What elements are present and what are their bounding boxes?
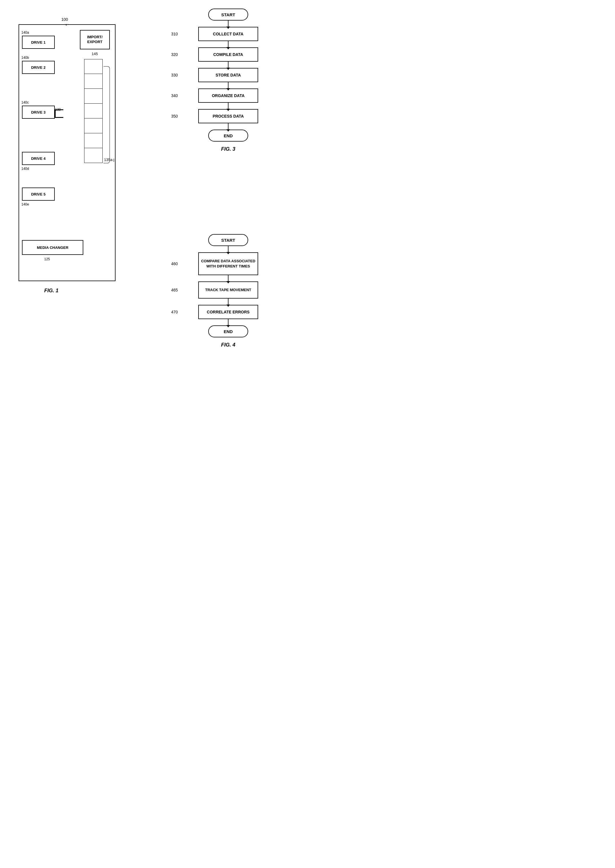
fig3-step-340-row: 340 ORGANIZE DATA [168,89,288,103]
fig4-step-465-row: 465 TRACK TAPE MOVEMENT [168,282,288,299]
fig3-label-330: 330 [171,73,178,77]
fig3-step-350: PROCESS DATA [198,109,258,123]
label-140b: 140b [21,56,29,59]
fig3-step-350-row: 350 PROCESS DATA [168,109,288,123]
fig1-diagram: 100 ↙ IMPORT/ EXPORT 145 140a DRIVE 1 14… [11,17,120,274]
fig4-step-470-row: 470 CORRELATE ERRORS [168,305,288,319]
label-140e: 140e [21,202,29,206]
fig3-label-320: 320 [171,52,178,57]
fig3-step-340: ORGANIZE DATA [198,89,258,103]
drive-4-box: DRIVE 4 [22,152,55,165]
drive-5-box: DRIVE 5 [22,188,55,201]
label-140d: 140d [21,167,29,171]
fig4-label-460: 460 [171,261,178,266]
label-140c: 140c [21,100,29,105]
fig4-step-470: CORRELATE ERRORS [198,305,258,319]
fig3-label-350: 350 [171,114,178,119]
fig3-label-340: 340 [171,93,178,98]
fig3-step-310-row: 310 COLLECT DATA [168,27,288,41]
fig4-label-470: 470 [171,310,178,314]
fig4-step-460: COMPARE DATA ASSOCIATED WITH DIFFERENT T… [198,252,258,275]
tape-slots [84,59,103,163]
fig1-caption: FIG. 1 [44,288,58,294]
fig3-label-310: 310 [171,32,178,36]
fig3-caption: FIG. 3 [168,146,288,152]
drive-1-box: DRIVE 1 [22,36,55,49]
fig4-diagram: START 460 COMPARE DATA ASSOCIATED WITH D… [168,234,288,348]
fig4-start: START [208,234,248,246]
fig4-step-460-row: 460 COMPARE DATA ASSOCIATED WITH DIFFERE… [168,252,288,275]
label-125: 125 [44,257,50,261]
fig3-step-330-row: 330 STORE DATA [168,68,288,82]
fig3-step-320-row: 320 COMPILE DATA [168,47,288,62]
fig4-caption: FIG. 4 [168,342,288,348]
ref-100: 100 [61,17,68,22]
fig4-label-465: 465 [171,288,178,292]
fig3-step-310: COLLECT DATA [198,27,258,41]
drive-2-box: DRIVE 2 [22,61,55,74]
fig3-diagram: START 310 COLLECT DATA 320 COMPILE DATA … [168,9,288,152]
media-changer-box: MEDIA CHANGER [22,240,83,255]
import-export-box: IMPORT/ EXPORT [80,30,110,49]
drive-3-box: DRIVE 3 [22,106,55,119]
fig3-start-row: START [168,9,288,20]
fig3-start: START [208,9,248,20]
fig4-step-465: TRACK TAPE MOVEMENT [198,282,258,299]
fig3-step-320: COMPILE DATA [198,47,258,62]
fig3-step-330: STORE DATA [198,68,258,82]
slots-label: 135a-j [104,158,114,162]
label-140a: 140a [21,31,29,34]
label-145: 145 [92,52,98,56]
fig4-start-row: START [168,234,288,246]
